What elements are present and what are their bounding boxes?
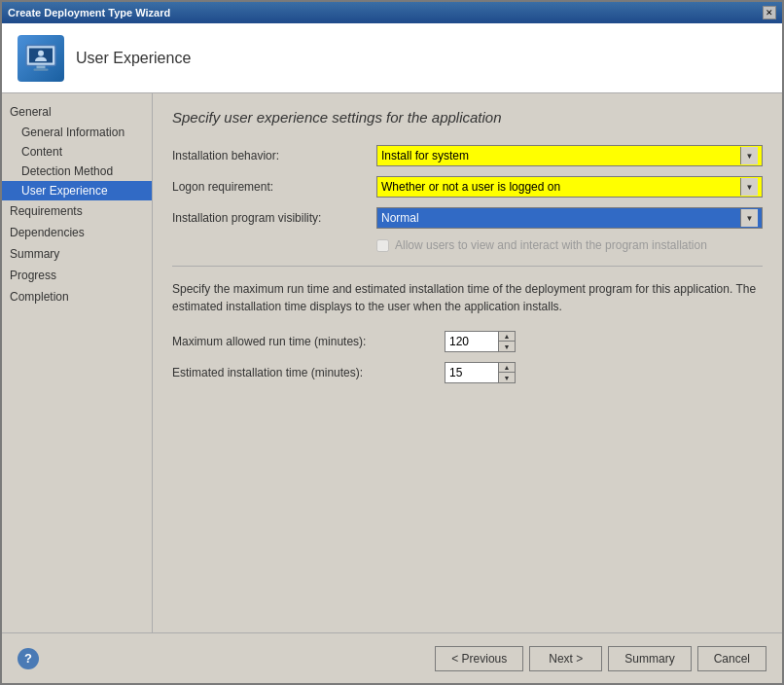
summary-button[interactable]: Summary — [608, 646, 691, 671]
nav-section-progress: Progress — [2, 265, 152, 286]
sidebar-item-general-information[interactable]: General Information — [2, 123, 152, 142]
max-run-time-spinbox: ▲ ▼ — [445, 331, 516, 352]
cancel-button[interactable]: Cancel — [697, 646, 766, 671]
logon-requirement-row: Logon requirement: Whether or not a user… — [172, 176, 763, 198]
next-button[interactable]: Next > — [529, 646, 602, 671]
header-title: User Experience — [76, 50, 191, 67]
installation-visibility-label: Installation program visibility: — [172, 211, 376, 225]
installation-behavior-arrow[interactable]: ▼ — [740, 147, 758, 164]
installation-visibility-arrow[interactable]: ▼ — [740, 209, 758, 227]
nav-section-general: General — [2, 101, 152, 123]
installation-visibility-row: Installation program visibility: Normal … — [172, 207, 763, 229]
wizard-content: Specify user experience settings for the… — [153, 93, 782, 632]
logon-requirement-label: Logon requirement: — [172, 180, 376, 194]
installation-behavior-row: Installation behavior: Install for syste… — [172, 145, 763, 166]
footer-left: ? — [18, 648, 39, 669]
nav-section-dependencies: Dependencies — [2, 222, 152, 243]
sidebar-item-user-experience[interactable]: User Experience — [2, 181, 152, 200]
wizard-window: Create Deployment Type Wizard ✕ User Exp… — [0, 0, 784, 685]
help-button[interactable]: ? — [18, 648, 39, 669]
svg-rect-2 — [37, 65, 46, 68]
wizard-icon — [18, 35, 64, 82]
sidebar-item-content[interactable]: Content — [2, 142, 152, 162]
estimated-time-buttons: ▲ ▼ — [499, 363, 515, 382]
nav-section-requirements: Requirements — [2, 200, 152, 222]
logon-requirement-control: Whether or not a user is logged on ▼ — [376, 176, 763, 198]
installation-visibility-dropdown[interactable]: Normal ▼ — [376, 207, 763, 229]
nav-section-completion: Completion — [2, 286, 152, 307]
estimated-time-down[interactable]: ▼ — [499, 373, 515, 382]
previous-button[interactable]: < Previous — [435, 646, 523, 671]
logon-requirement-dropdown[interactable]: Whether or not a user is logged on ▼ — [376, 176, 763, 198]
footer-buttons: < Previous Next > Summary Cancel — [435, 646, 766, 671]
max-run-time-down[interactable]: ▼ — [499, 342, 515, 351]
installation-behavior-control: Install for system ▼ — [376, 145, 763, 166]
svg-rect-3 — [34, 68, 49, 70]
description-text: Specify the maximum run time and estimat… — [172, 280, 763, 315]
installation-behavior-label: Installation behavior: — [172, 149, 376, 162]
max-run-time-row: Maximum allowed run time (minutes): ▲ ▼ — [172, 331, 763, 352]
max-run-time-label: Maximum allowed run time (minutes): — [172, 335, 445, 348]
checkbox-row: Allow users to view and interact with th… — [376, 238, 763, 252]
svg-point-4 — [38, 50, 44, 55]
max-run-time-up[interactable]: ▲ — [499, 332, 515, 342]
title-bar-text: Create Deployment Type Wizard — [8, 7, 170, 18]
max-run-time-buttons: ▲ ▼ — [499, 332, 515, 351]
wizard-nav: General General Information Content Dete… — [2, 93, 153, 632]
estimated-time-input[interactable] — [445, 363, 499, 382]
sidebar-item-detection-method[interactable]: Detection Method — [2, 162, 152, 181]
page-title: Specify user experience settings for the… — [172, 109, 763, 126]
logon-requirement-value: Whether or not a user is logged on — [381, 180, 740, 194]
wizard-body: General General Information Content Dete… — [2, 93, 782, 632]
estimated-time-spinbox: ▲ ▼ — [445, 362, 516, 383]
installation-behavior-value: Install for system — [381, 149, 740, 162]
estimated-time-row: Estimated installation time (minutes): ▲… — [172, 362, 763, 383]
installation-visibility-control: Normal ▼ — [376, 207, 763, 229]
installation-behavior-dropdown[interactable]: Install for system ▼ — [376, 145, 763, 166]
allow-users-checkbox[interactable] — [376, 239, 389, 252]
title-bar: Create Deployment Type Wizard ✕ — [2, 2, 782, 23]
logon-requirement-arrow[interactable]: ▼ — [740, 178, 758, 196]
estimated-time-label: Estimated installation time (minutes): — [172, 366, 445, 379]
allow-users-label: Allow users to view and interact with th… — [395, 238, 707, 252]
max-run-time-input[interactable] — [445, 332, 499, 351]
nav-section-summary: Summary — [2, 243, 152, 265]
wizard-header: User Experience — [2, 23, 782, 93]
estimated-time-up[interactable]: ▲ — [499, 363, 515, 373]
installation-visibility-value: Normal — [381, 211, 740, 225]
close-button[interactable]: ✕ — [763, 6, 776, 19]
wizard-footer: ? < Previous Next > Summary Cancel — [2, 632, 782, 683]
section-divider — [172, 266, 763, 267]
